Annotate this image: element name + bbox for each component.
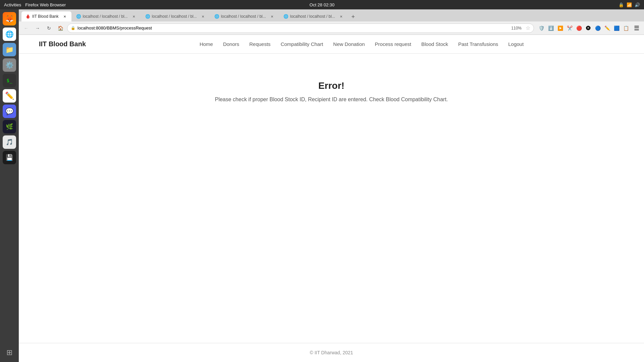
- browser-menu-button[interactable]: ☰: [632, 23, 641, 33]
- tray-icon-2: 📶: [627, 2, 632, 7]
- ext-icon-6[interactable]: 🅜: [584, 24, 592, 32]
- tab-favicon-1: 🩸: [25, 14, 30, 19]
- nav-requests[interactable]: Requests: [249, 41, 270, 47]
- os-topbar-center: Oct 28 02:30: [310, 2, 334, 7]
- site-header: IIT Blood Bank Home Donors Requests Comp…: [19, 35, 644, 54]
- sidebar-icon-app3[interactable]: 💾: [3, 151, 16, 164]
- site-logo[interactable]: IIT Blood Bank: [39, 40, 86, 48]
- nav-blood-stock[interactable]: Blood Stock: [421, 41, 448, 47]
- footer-text: © IIT Dharwad, 2021: [310, 350, 353, 355]
- tab-favicon-5: 🌐: [283, 14, 288, 19]
- sidebar-icon-app2[interactable]: 🎵: [3, 135, 16, 149]
- tab-favicon-2: 🌐: [76, 14, 81, 19]
- nav-compatibility-chart[interactable]: Compatibility Chart: [281, 41, 323, 47]
- sidebar-icon-chrome[interactable]: 🌐: [3, 27, 16, 41]
- site-nav: Home Donors Requests Compatibility Chart…: [99, 41, 624, 47]
- tab-close-2[interactable]: ✕: [131, 14, 137, 19]
- activities-label[interactable]: Activities: [4, 2, 21, 7]
- page-content: IIT Blood Bank Home Donors Requests Comp…: [19, 35, 644, 362]
- sidebar-icon-app1[interactable]: 🌿: [3, 120, 16, 133]
- tab-close-3[interactable]: ✕: [200, 14, 206, 19]
- address-bar[interactable]: 🔒 110% ☆: [67, 23, 534, 33]
- os-topbar-right: 🔒 📶 🔊: [619, 2, 640, 7]
- tab-favicon-3: 🌐: [145, 14, 150, 19]
- ext-icon-10[interactable]: 📋: [622, 24, 630, 32]
- sidebar-icon-files[interactable]: 📁: [3, 43, 16, 56]
- sidebar-icon-editor[interactable]: ✏️: [3, 89, 16, 103]
- sidebar-icon-firefox[interactable]: 🦊: [3, 12, 16, 25]
- tray-icon-3: 🔊: [635, 2, 640, 7]
- tab-close-5[interactable]: ✕: [338, 14, 344, 19]
- security-icon: 🔒: [71, 26, 75, 30]
- sidebar-icon-discord[interactable]: 💬: [3, 105, 16, 118]
- tab-5[interactable]: 🌐 localhost / localhost / bl... ✕: [279, 11, 348, 21]
- ext-icon-5[interactable]: 🔴: [575, 24, 583, 32]
- nav-new-donation[interactable]: New Donation: [333, 41, 365, 47]
- tab-label-2: localhost / localhost / bl...: [83, 14, 128, 19]
- sidebar-icon-grid[interactable]: ⊞: [3, 346, 16, 359]
- new-tab-button[interactable]: +: [348, 12, 358, 21]
- error-message: Please check if proper Blood Stock ID, R…: [215, 97, 448, 103]
- nav-home[interactable]: Home: [200, 41, 213, 47]
- zoom-badge: 110%: [509, 25, 524, 31]
- site-footer: © IIT Dharwad, 2021: [19, 343, 644, 362]
- tab-2[interactable]: 🌐 localhost / localhost / bl... ✕: [72, 11, 141, 21]
- tab-1[interactable]: 🩸 IIT Blood Bank ✕: [21, 11, 71, 21]
- ext-icon-9[interactable]: 🟦: [612, 24, 621, 32]
- nav-bar: ← → ↻ 🏠 🔒 110% ☆ 🛡️ ⬇️ ▶️ ✂️ 🔴 🅜 🔵 ✏️ 🟦 …: [19, 21, 644, 35]
- sidebar-icon-gear[interactable]: ⚙️: [3, 58, 16, 72]
- tab-label-4: localhost / localhost / bl...: [221, 14, 266, 19]
- tab-label-3: localhost / localhost / bl...: [152, 14, 197, 19]
- nav-donors[interactable]: Donors: [223, 41, 239, 47]
- tab-4[interactable]: 🌐 localhost / localhost / bl... ✕: [210, 11, 279, 21]
- tab-favicon-4: 🌐: [214, 14, 219, 19]
- os-topbar-left: Activities Firefox Web Browser: [4, 2, 66, 7]
- ext-icon-3[interactable]: ▶️: [556, 24, 564, 32]
- datetime-label: Oct 28 02:30: [310, 2, 334, 7]
- tab-3[interactable]: 🌐 localhost / localhost / bl... ✕: [141, 11, 210, 21]
- forward-button[interactable]: →: [33, 23, 42, 33]
- sidebar-icon-terminal[interactable]: $_: [3, 74, 16, 87]
- address-input[interactable]: [77, 25, 507, 31]
- extensions-bar: 🛡️ ⬇️ ▶️ ✂️ 🔴 🅜 🔵 ✏️ 🟦 📋: [537, 24, 630, 32]
- reload-button[interactable]: ↻: [44, 23, 54, 33]
- browser-window: 🩸 IIT Blood Bank ✕ 🌐 localhost / localho…: [19, 9, 644, 362]
- tab-label-5: localhost / localhost / bl...: [290, 14, 335, 19]
- tray-icon-1: 🔒: [619, 2, 624, 7]
- tab-bar: 🩸 IIT Blood Bank ✕ 🌐 localhost / localho…: [19, 9, 644, 21]
- tab-label-1: IIT Blood Bank: [32, 14, 59, 19]
- left-sidebar: 🦊 🌐 📁 ⚙️ $_ ✏️ 💬 🌿 🎵 💾 ⊞: [0, 9, 19, 362]
- ext-icon-7[interactable]: 🔵: [594, 24, 602, 32]
- tab-close-4[interactable]: ✕: [269, 14, 275, 19]
- ext-icon-4[interactable]: ✂️: [566, 24, 574, 32]
- nav-process-request[interactable]: Process request: [375, 41, 411, 47]
- bookmark-star-icon[interactable]: ☆: [526, 25, 530, 31]
- ext-icon-1[interactable]: 🛡️: [537, 24, 545, 32]
- ext-icon-8[interactable]: ✏️: [603, 24, 611, 32]
- nav-past-transfusions[interactable]: Past Transfusions: [458, 41, 498, 47]
- home-button[interactable]: 🏠: [56, 23, 65, 33]
- tab-close-1[interactable]: ✕: [62, 14, 67, 19]
- nav-logout[interactable]: Logout: [508, 41, 524, 47]
- error-title: Error!: [318, 80, 344, 91]
- back-button[interactable]: ←: [21, 23, 31, 33]
- browser-label: Firefox Web Browser: [25, 2, 66, 7]
- os-topbar: Activities Firefox Web Browser Oct 28 02…: [0, 0, 644, 9]
- main-content: Error! Please check if proper Blood Stoc…: [19, 54, 644, 343]
- ext-icon-2[interactable]: ⬇️: [547, 24, 555, 32]
